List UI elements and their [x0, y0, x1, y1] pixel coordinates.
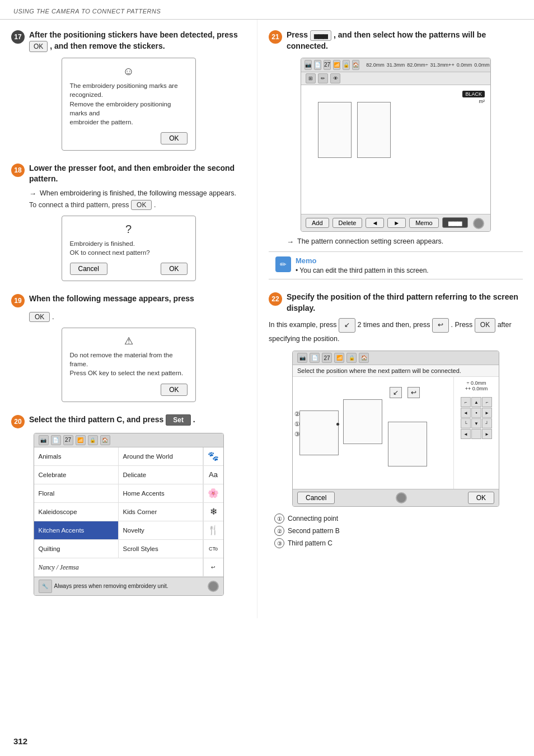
step22-body: ↙ ↩ ② ① ③ ÷ [293, 377, 499, 489]
step18-dialog-text: Embroidery is finished. OK to connect ne… [70, 239, 188, 257]
pattern-kitchen-accents[interactable]: Kitchen Accents [34, 521, 119, 539]
toolbar-wifi-icon: 📶 [76, 435, 86, 445]
step21-press-btn: ▅▅▅ [310, 30, 331, 41]
s21-lock-icon: 🔒 [343, 60, 350, 70]
pattern-novelty[interactable]: Novelty [119, 521, 203, 539]
s22-dot [336, 423, 339, 426]
pattern-home-accents[interactable]: Home Accents [119, 484, 203, 502]
step-17-block: 17 After the positioning stickers have b… [11, 30, 246, 151]
num-label-1: Connecting point [288, 515, 338, 522]
step-19-num: 19 [11, 294, 25, 307]
pattern-thumb-2: Aa [203, 466, 223, 484]
step18-dialog-buttons: Cancel OK [70, 263, 188, 275]
pattern-kaleidoscope[interactable]: Kaleidoscope [34, 503, 119, 521]
step21-canvas: BLACK m² [301, 85, 490, 214]
memo-content: Memo • You can edit the third pattern in… [296, 256, 516, 274]
step22-msg: Select the position where the next patte… [293, 365, 499, 377]
step-20-num: 20 [11, 415, 25, 428]
num-label-3: Third pattern C [288, 539, 332, 547]
step18-cancel-btn[interactable]: Cancel [70, 263, 107, 275]
step21-prev-btn[interactable]: ◄ [366, 218, 384, 228]
step18-ok-btn[interactable]: OK [161, 263, 187, 275]
s22-file-icon: 📄 [310, 353, 320, 363]
step18-dialog-icon: ? [70, 223, 188, 236]
step-21-title: Press ▅▅▅ , and then select how the patt… [287, 30, 523, 52]
nav-ml[interactable]: ◄ [461, 408, 471, 418]
step19-ok-btn[interactable]: OK [161, 384, 187, 396]
step21-dial [473, 218, 484, 229]
pattern-row-5: Kitchen Accents Novelty 🍴 [34, 521, 223, 540]
s22-27-icon: 27 [322, 353, 332, 363]
s21-mm5: 0.0mm [457, 62, 472, 68]
toolbar-camera-icon: 📷 [39, 435, 49, 445]
toolbar-file-icon: 📄 [51, 435, 61, 445]
s22-wifi-icon: 📶 [334, 353, 344, 363]
numbered-item-2: ② Second pattern B [274, 526, 523, 536]
step22-toolbar: 📷 📄 27 📶 🔒 🏠 [293, 351, 499, 365]
step18-dialog: ? Embroidery is finished. OK to connect … [62, 216, 196, 281]
step21-connect-btn[interactable]: ▅▅▅ [442, 217, 468, 228]
nav-tl[interactable]: ⌐ [461, 397, 471, 407]
nav-tm[interactable]: ▲ [471, 397, 481, 407]
pattern-thumb-3: 🌸 [203, 484, 223, 502]
nav-br[interactable]: ┘ [482, 418, 492, 428]
s21-edit-icon: ✏ [318, 73, 328, 83]
step21-dial-wrap [471, 218, 486, 229]
step21-next-btn[interactable]: ► [387, 218, 406, 228]
step21-arrow: → The pattern connection setting screen … [287, 237, 523, 246]
step20-set-inline: Set [166, 414, 191, 426]
step22-dial [396, 492, 407, 503]
nav-bm[interactable]: ▼ [471, 418, 481, 428]
step21-add-btn[interactable]: Add [306, 218, 329, 228]
step21-delete-btn[interactable]: Delete [332, 218, 363, 228]
nav-center[interactable]: ● [471, 408, 481, 418]
nav-tr[interactable]: ⌐ [482, 397, 492, 407]
step-22-block: 22 Specify the position of the third pat… [269, 292, 523, 548]
pattern-around[interactable]: Around the World [119, 447, 203, 465]
s21-27-icon: 27 [324, 60, 331, 70]
s21-mm3: 82.0mm÷ [407, 62, 428, 68]
pattern-floral[interactable]: Floral [34, 484, 119, 502]
pattern-celebrate[interactable]: Celebrate [34, 466, 119, 484]
step-22-num: 22 [269, 292, 282, 306]
memo-text: • You can edit the third pattern in this… [296, 267, 516, 274]
step22-canvas: ↙ ↩ ② ① ③ [293, 377, 454, 489]
nav-bl[interactable]: └ [461, 418, 471, 428]
step22-bottom: Cancel OK [293, 489, 499, 506]
step-19-title: When the following message appears, pres… [29, 293, 194, 305]
step20-bottom: 🔧 Always press when removing embroidery … [34, 577, 223, 595]
toolbar-lock-icon: 🔒 [88, 435, 98, 445]
nav-mr[interactable]: ► [482, 408, 492, 418]
step22-ok-btn[interactable]: OK [468, 492, 494, 504]
step21-pattern-b [357, 102, 391, 158]
step21-subbar: ⊞ ✏ 👁 [301, 72, 490, 85]
s21-mm4: 31.3mm++ [430, 62, 455, 68]
step20-toolbar: 📷 📄 27 📶 🔒 🏠 [34, 433, 223, 447]
pattern-row-2: Celebrate Delicate Aa [34, 466, 223, 484]
s22-nav-icons: ↙ ↩ [390, 385, 420, 398]
step21-toolbar: 📷 📄 27 📶 🔒 🏠 82.0mm 31.3mm 82.0mm÷ 31.3m… [301, 58, 490, 72]
pattern-thumb-6: CTo [203, 540, 223, 558]
step22-corner-btn: ↙ [339, 318, 355, 333]
step22-position-ui: 📷 📄 27 📶 🔒 🏠 Select the position where t… [292, 351, 499, 507]
pattern-animals[interactable]: Animals [34, 447, 119, 465]
nav-l2[interactable]: ◄ [461, 429, 471, 439]
toolbar-27-icon: 27 [63, 435, 73, 445]
step17-ok-btn[interactable]: OK [161, 132, 187, 144]
step-21-block: 21 Press ▅▅▅ , and then select how the p… [269, 30, 523, 279]
pattern-kids-corner[interactable]: Kids Corner [119, 503, 203, 521]
step21-memo-btn[interactable]: Memo [409, 218, 439, 228]
step17-dialog-text: The embroidery positioning marks are rec… [70, 81, 188, 126]
s22-camera-icon: 📷 [297, 353, 307, 363]
nav-r2[interactable]: ► [482, 429, 492, 439]
pattern-quilting[interactable]: Quilting [34, 540, 119, 558]
step20-notice: Always press when removing embroidery un… [54, 583, 168, 589]
pattern-delicate[interactable]: Delicate [119, 466, 203, 484]
pattern-scroll-styles[interactable]: Scroll Styles [119, 540, 203, 558]
step-18-title: Lower the presser foot, and then embroid… [29, 163, 246, 185]
s22-num3: ③ [294, 431, 300, 438]
step22-cancel-btn[interactable]: Cancel [297, 492, 335, 504]
pattern-handwriting[interactable]: Nancy / Jeemsa [34, 558, 203, 576]
step22-inline-text: In this example, press ↙ 2 times and the… [269, 318, 523, 345]
numbered-item-1: ① Connecting point [274, 514, 523, 524]
